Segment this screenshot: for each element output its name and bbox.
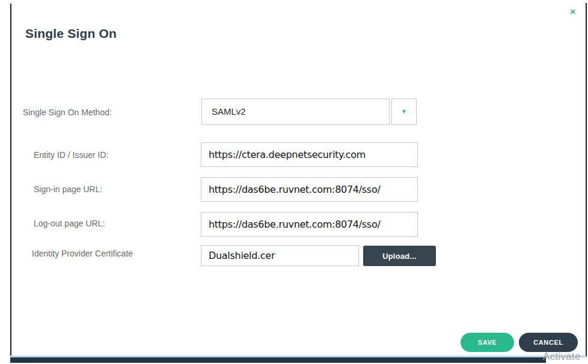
save-button[interactable]: SAVE xyxy=(461,333,514,352)
idp-certificate-label: Identity Provider Certificate xyxy=(32,249,133,258)
close-icon[interactable]: × xyxy=(570,7,575,17)
cancel-button[interactable]: CANCEL xyxy=(519,333,578,352)
idp-certificate-input[interactable] xyxy=(201,245,359,266)
entity-id-input[interactable] xyxy=(201,142,418,167)
upload-button[interactable]: Upload... xyxy=(363,246,436,266)
signin-url-label: Sign-in page URL: xyxy=(34,184,102,194)
bottom-edge-bar xyxy=(10,357,546,363)
sso-dialog: × Single Sign On Single Sign On Method: … xyxy=(0,0,588,364)
entity-id-label: Entity ID / Issuer ID: xyxy=(34,150,108,160)
signin-url-input[interactable] xyxy=(201,177,418,202)
sso-method-dropdown-button[interactable]: ▼ xyxy=(391,99,417,125)
dialog-left-border xyxy=(10,4,11,357)
sso-method-dropdown[interactable]: SAMLv2 xyxy=(201,99,390,125)
sso-method-label: Single Sign On Method: xyxy=(23,108,112,117)
logout-url-input[interactable] xyxy=(201,212,418,237)
logout-url-label: Log-out page URL: xyxy=(34,219,105,228)
page-title: Single Sign On xyxy=(25,26,117,41)
activate-watermark: Activate xyxy=(543,351,581,363)
dialog-right-border xyxy=(586,3,587,357)
chevron-down-icon: ▼ xyxy=(401,109,407,115)
